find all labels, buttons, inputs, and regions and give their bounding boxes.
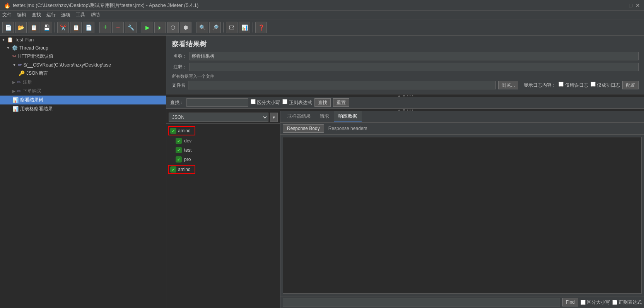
panel-header: 察看结果树 名称： 注释： 所有数据写入一个文件 文件名 浏览... 显示日志内… — [166, 36, 644, 94]
name-label: 名称： — [172, 53, 187, 60]
main-area: ▼ 📋 Test Plan ▼ ⚙️ Thread Group ✂ HTTP请求… — [0, 36, 644, 308]
json-format-select[interactable]: JSON XML Text — [169, 113, 268, 122]
response-regex[interactable]: 正则表达式 — [612, 299, 642, 306]
case-sensitive-label[interactable]: 区分大小写 — [251, 99, 280, 106]
menu-run[interactable]: 运行 — [46, 12, 56, 18]
json-tree-amind-1[interactable]: ✔ amind — [166, 125, 280, 136]
subtab-headers[interactable]: Response headers — [324, 124, 372, 133]
comment-row: 注释： — [172, 63, 639, 71]
config-button[interactable]: 配置 — [622, 81, 639, 89]
remote-start-button[interactable]: 🔍 — [196, 22, 208, 33]
name-row: 名称： — [172, 52, 639, 60]
maximize-button[interactable]: □ — [629, 2, 632, 9]
success-log-check[interactable] — [591, 82, 596, 87]
json-dropdown-arrow[interactable]: ▼ — [270, 113, 278, 122]
icon-thread-group: ⚙️ — [12, 45, 18, 51]
function-button[interactable]: 🗠 — [226, 22, 237, 33]
sidebar-item-test-plan[interactable]: ▼ 📋 Test Plan — [0, 36, 166, 44]
tab-request[interactable]: 请求 — [315, 111, 334, 122]
save-button[interactable]: 💾 — [41, 22, 52, 33]
menu-find[interactable]: 查找 — [32, 12, 41, 18]
icon-test-plan: 📋 — [7, 37, 13, 43]
error-log-checkbox[interactable]: 仅错误日志 — [559, 82, 588, 89]
shield-icon-dev: ✔ — [176, 138, 182, 144]
stop-button[interactable]: ⬢ — [180, 22, 191, 33]
search-input[interactable] — [186, 98, 248, 107]
menu-options[interactable]: 选项 — [61, 12, 70, 18]
menu-bar: 文件 编辑 查找 运行 选项 工具 帮助 — [0, 11, 644, 19]
sidebar-item-thread-group[interactable]: ▼ ⚙️ Thread Group — [0, 44, 166, 52]
close-button[interactable]: ✕ — [635, 2, 640, 9]
icon-view-result: 📊 — [12, 97, 19, 103]
templates-button[interactable]: 📋 — [28, 22, 39, 33]
pause-button[interactable]: ⬡ — [167, 22, 179, 33]
success-log-checkbox[interactable]: 仅成功日志 — [591, 82, 620, 89]
label-dev: dev — [184, 138, 191, 144]
menu-tools[interactable]: 工具 — [76, 12, 85, 18]
json-select-row: JSON XML Text ▼ — [166, 111, 280, 124]
json-tree-amind-2[interactable]: ✔ amind — [166, 164, 280, 175]
regex-label[interactable]: 正则表达式 — [282, 99, 312, 106]
minimize-button[interactable]: — — [621, 2, 626, 9]
icon-json-assertion: 🔑 — [19, 70, 25, 76]
json-tree-test[interactable]: ✔ test — [166, 145, 280, 155]
error-log-check[interactable] — [559, 82, 564, 87]
section-title: 所有数据写入一个文件 — [172, 74, 639, 79]
remote-stop-button[interactable]: 🔎 — [209, 22, 221, 33]
sep-3 — [139, 22, 139, 33]
regex-check[interactable] — [282, 99, 287, 104]
subtab-body[interactable]: Response Body — [283, 124, 324, 133]
menu-file[interactable]: 文件 — [2, 12, 12, 18]
menu-edit[interactable]: 编辑 — [17, 12, 26, 18]
file-input[interactable] — [188, 81, 496, 89]
cut-button[interactable]: ✂️ — [57, 22, 69, 33]
response-panel: 取样器结果 请求 响应数据 Response Body Response hea… — [280, 111, 644, 308]
sidebar-item-order[interactable]: ▶ ✏ 下单购买 — [0, 87, 166, 96]
paste-button[interactable]: 📄 — [83, 22, 94, 33]
reset-button[interactable]: 重置 — [333, 98, 349, 107]
run-no-pause-button[interactable]: ⏵ — [154, 22, 166, 33]
browse-button[interactable]: 浏览... — [498, 81, 518, 89]
response-regex-check[interactable] — [612, 300, 617, 305]
label-order: 下单购买 — [23, 88, 41, 94]
add-button[interactable]: + — [99, 22, 111, 33]
new-button[interactable]: 📄 — [2, 22, 14, 33]
arrow-csv-read: ▼ — [12, 63, 16, 67]
sidebar-item-http-defaults[interactable]: ✂ HTTP请求默认值 — [0, 52, 166, 61]
json-tree-pro[interactable]: ✔ pro — [166, 155, 280, 164]
name-input[interactable] — [190, 52, 639, 60]
sidebar-item-register[interactable]: ▶ ✏ 注册 — [0, 78, 166, 87]
sidebar-item-csv-read[interactable]: ▼ ✏ $(__CSVRead(C:\Users\hzxy\Desktop\us… — [0, 61, 166, 69]
tab-response[interactable]: 响应数据 — [334, 111, 362, 122]
clear-button[interactable]: 🔧 — [125, 22, 137, 33]
sep-6 — [253, 22, 253, 33]
sidebar-item-json-assertion[interactable]: 🔑 JSON断言 — [0, 69, 166, 78]
search-label: 查找： — [170, 99, 184, 106]
copy-button[interactable]: 📋 — [70, 22, 82, 33]
toolbar: 📄 📂 📋 💾 ✂️ 📋 📄 + − 🔧 ▶ ⏵ ⬡ ⬢ 🔍 🔎 🗠 📊 ❓ — [0, 19, 644, 36]
run-button[interactable]: ▶ — [142, 22, 153, 33]
case-sensitive-check[interactable] — [251, 99, 256, 104]
response-case-check[interactable] — [581, 300, 586, 305]
remove-button[interactable]: − — [112, 22, 124, 33]
comment-input[interactable] — [190, 63, 639, 71]
sidebar-item-table-result[interactable]: 📊 用表格察看结果 — [0, 104, 166, 113]
json-tree-dev[interactable]: ✔ dev — [166, 136, 280, 145]
content-area: JSON XML Text ▼ ✔ amind — [166, 111, 644, 308]
response-find-button[interactable]: Find — [562, 298, 578, 306]
sidebar-item-view-result[interactable]: 📊 察看结果树 — [0, 96, 166, 104]
arrow-thread-group: ▼ — [6, 46, 10, 50]
title-bar: 🔥 tester.jmx (C:\Users\hzxy\Desktop\测试专用… — [0, 0, 644, 11]
log-content-label: 显示日志内容： — [524, 82, 556, 89]
help-button[interactable]: ❓ — [255, 22, 267, 33]
open-button[interactable]: 📂 — [15, 22, 27, 33]
response-find-input[interactable] — [283, 298, 560, 306]
app-icon: 🔥 — [4, 2, 10, 9]
report-button[interactable]: 📊 — [239, 22, 250, 33]
menu-help[interactable]: 帮助 — [91, 12, 100, 18]
response-case-sensitive[interactable]: 区分大小写 — [581, 299, 610, 306]
find-button[interactable]: 查找 — [314, 98, 331, 107]
file-label: 文件名 — [172, 82, 186, 89]
tab-sampler[interactable]: 取样器结果 — [283, 111, 315, 122]
shield-icon-pro: ✔ — [176, 156, 182, 163]
